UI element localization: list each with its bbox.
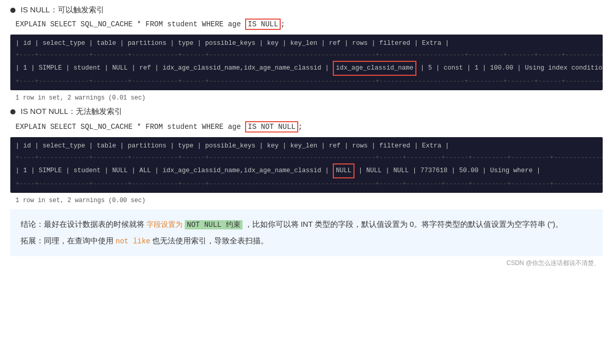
section2-table: | id | select_type | table | partitions …	[10, 137, 603, 193]
conclusion-text1: 结论：最好在设计数据表的时候就将	[21, 220, 144, 228]
conclusion-highlight: NOT NULL 约束	[185, 220, 243, 229]
section2-result: 1 row in set, 2 warnings (0.00 sec)	[10, 197, 603, 204]
conclusion-inline2: not like	[116, 237, 150, 245]
section1-result: 1 row in set, 2 warnings (0.01 sec)	[10, 94, 603, 102]
conclusion-text4: 也无法使用索引，导致全表扫描。	[152, 237, 268, 245]
section2-code-prefix: EXPLAIN SELECT SQL_NO_CACHE * FROM stude…	[15, 123, 245, 131]
section1-code-prefix: EXPLAIN SELECT SQL_NO_CACHE * FROM stude…	[15, 20, 245, 28]
table1-header: | id | select_type | table | partitions …	[15, 38, 598, 49]
section1-code: EXPLAIN SELECT SQL_NO_CACHE * FROM stude…	[10, 20, 603, 28]
conclusion-text2: ，比如你可以将 INT 类型的字段，默认值设置为 0。将字符类型的默认值设置为空…	[245, 220, 563, 228]
section2-heading: IS NOT NULL：无法触发索引	[10, 107, 603, 117]
section2-keyword: IS NOT NULL	[245, 121, 298, 133]
csdn-footer: CSDN @你怎么连话都说不清楚、	[10, 256, 603, 268]
table1-sep2: +----+-------------+---------+----------…	[15, 76, 598, 88]
section1-keyword: IS NULL	[245, 19, 281, 30]
section-is-not-null: IS NOT NULL：无法触发索引 EXPLAIN SELECT SQL_NO…	[10, 107, 603, 204]
table2-data: | 1 | SIMPLE | student | NULL | ALL | id…	[15, 163, 598, 178]
section1-table: | id | select_type | table | partitions …	[10, 35, 603, 90]
conclusion-inline1: 字段设置为	[147, 221, 183, 229]
footer-text: CSDN @你怎么连话都说不清楚、	[506, 259, 600, 267]
bullet-dot-1	[10, 8, 15, 13]
section-is-null: IS NULL：可以触发索引 EXPLAIN SELECT SQL_NO_CAC…	[10, 5, 603, 102]
table2-header: | id | select_type | table | partitions …	[15, 140, 598, 152]
section1-heading: IS NULL：可以触发索引	[10, 5, 603, 15]
conclusion-line1: 结论：最好在设计数据表的时候就将 字段设置为 NOT NULL 约束 ，比如你可…	[21, 218, 592, 232]
page-container: IS NULL：可以触发索引 EXPLAIN SELECT SQL_NO_CAC…	[0, 0, 613, 278]
bullet-dot-2	[10, 109, 15, 114]
conclusion-box: 结论：最好在设计数据表的时候就将 字段设置为 NOT NULL 约束 ，比如你可…	[10, 209, 603, 256]
conclusion-line2: 拓展：同理，在查询中使用 not like 也无法使用索引，导致全表扫描。	[21, 234, 592, 249]
section1-title: IS NULL：可以触发索引	[21, 5, 104, 15]
table2-sep1: +----+-------------+---------+----------…	[15, 152, 598, 164]
table2-sep2: +----+-------------+---------+----------…	[15, 178, 598, 190]
section2-code: EXPLAIN SELECT SQL_NO_CACHE * FROM stude…	[10, 123, 603, 131]
conclusion-text3: 拓展：同理，在查询中使用	[21, 237, 114, 245]
table1-sep1: +----+-------------+---------+----------…	[15, 49, 598, 61]
null-highlight-2: NULL	[333, 163, 354, 178]
section2-title: IS NOT NULL：无法触发索引	[21, 107, 122, 117]
table1-data: | 1 | SIMPLE | student | NULL | ref | id…	[15, 61, 598, 76]
section2-code-suffix: ;	[298, 123, 302, 131]
section1-code-suffix: ;	[281, 20, 285, 28]
key-highlight-1: idx_age_classid_name	[333, 61, 416, 76]
